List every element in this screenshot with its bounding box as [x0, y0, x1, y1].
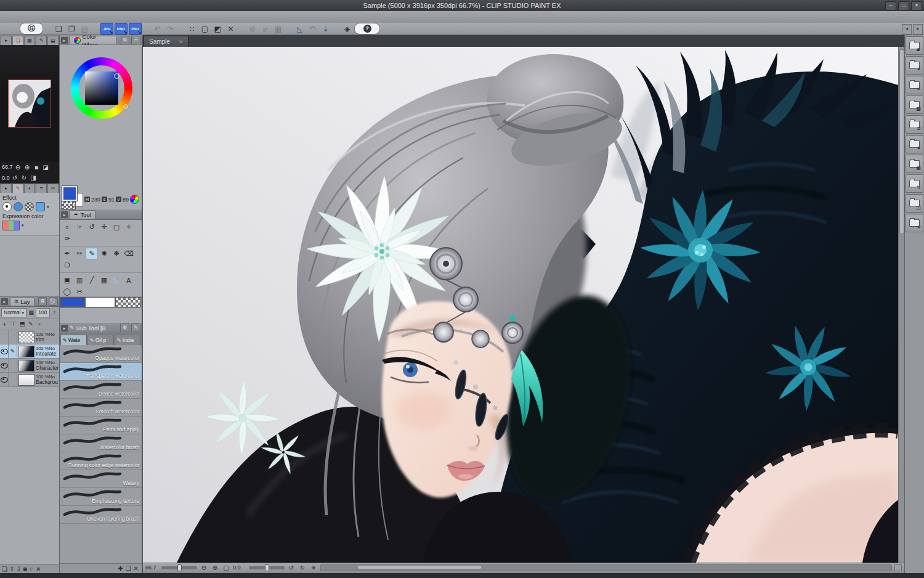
nav-zoom-out-icon[interactable]: ⊖: [14, 164, 22, 171]
vertical-scrollbar[interactable]: [898, 47, 904, 563]
material-3d-object-button[interactable]: ◫: [906, 194, 923, 213]
correct-line-tool[interactable]: ◺: [110, 274, 123, 286]
eraser-tool[interactable]: ⌫: [123, 248, 135, 259]
layer-mask-icon[interactable]: ◙: [23, 566, 27, 572]
material-pen-button[interactable]: ✎: [906, 174, 923, 193]
blend-mode-select[interactable]: Normal▾: [1, 308, 26, 317]
tool-panel-tab[interactable]: ✒Tool: [70, 210, 95, 219]
layer-row-character[interactable]: ✎ 100 %No Character: [0, 359, 59, 373]
sub-tool-detail-icon[interactable]: ✎: [131, 324, 140, 332]
selection-area-tool[interactable]: ▢: [110, 221, 123, 233]
zoom-in-button[interactable]: ⊕: [211, 564, 219, 571]
minimize-button[interactable]: ─: [885, 1, 896, 10]
panel-options-icon[interactable]: ☰: [131, 36, 140, 44]
figure-tool[interactable]: ╱: [86, 274, 98, 286]
slider-tab[interactable]: ≂: [36, 184, 47, 193]
rotate-left-button[interactable]: ↺: [287, 564, 296, 571]
material-transform-button[interactable]: ✕: [906, 76, 923, 94]
new-layer-icon[interactable]: ❏: [2, 566, 7, 572]
rotation-slider[interactable]: [249, 566, 285, 569]
redo-button[interactable]: ↷: [164, 23, 176, 34]
rotate-canvas-tool[interactable]: ↺: [86, 221, 98, 233]
zoom-tool[interactable]: ⌕: [61, 221, 73, 233]
subtool-tab-oil[interactable]: ✎Oil p: [87, 335, 114, 345]
gradient-tool[interactable]: ▥: [73, 274, 86, 286]
open-file-button[interactable]: ❐: [66, 23, 78, 34]
fill-tool[interactable]: ▣: [61, 274, 73, 286]
effect-layer-color-swatch[interactable]: [36, 202, 45, 211]
reference-tab[interactable]: ⬓: [47, 36, 59, 45]
layer-filter-icon[interactable]: ⃠: [49, 297, 58, 306]
navigator-preview[interactable]: [0, 45, 59, 161]
snap-to-special-ruler-button[interactable]: ◠: [307, 23, 318, 34]
foreground-color-swatch[interactable]: [62, 186, 77, 201]
menu-item[interactable]: [0, 11, 14, 23]
menu-item[interactable]: [108, 11, 122, 23]
layer-opacity-field[interactable]: 100: [36, 308, 49, 317]
deselect-button[interactable]: ∷: [186, 23, 198, 34]
material-stack-button[interactable]: ◈: [341, 23, 353, 34]
material-pose-button[interactable]: ✭: [906, 214, 923, 232]
brush-list-item[interactable]: Watercolor brush: [60, 434, 142, 452]
layer-row-trim[interactable]: ✎ 100 %No trim: [0, 330, 59, 344]
nav-fit-icon[interactable]: ■: [33, 164, 41, 171]
transparent-color-bar[interactable]: [115, 297, 140, 307]
pin-tab[interactable]: ✑: [47, 184, 59, 193]
layer-row-integrate[interactable]: ✎ 100 %No Integrate: [0, 344, 59, 359]
horizontal-scrollbar-thumb[interactable]: [358, 566, 481, 569]
grid-button[interactable]: ▦: [272, 23, 284, 34]
hand-tool[interactable]: ☞: [73, 221, 86, 233]
duplicate-subtool-icon[interactable]: ❏: [126, 565, 131, 572]
reset-rotation-button[interactable]: ✳: [309, 564, 318, 571]
brush-list-item[interactable]: Uneven layering brush: [60, 506, 142, 524]
frame-border-tool[interactable]: ▦: [98, 274, 110, 286]
pen-tool[interactable]: ✒: [61, 248, 73, 259]
snap-to-grid-button[interactable]: ⇣: [320, 23, 331, 34]
nav-rotate-right-icon[interactable]: ↻: [20, 174, 28, 181]
auto-select-tool[interactable]: ✧: [123, 221, 135, 233]
effect-none-swatch[interactable]: [2, 202, 12, 211]
undo-button[interactable]: ↶: [152, 23, 163, 34]
delete-subtool-icon[interactable]: ✕: [134, 565, 139, 572]
expression-dropdown-icon[interactable]: ▾: [22, 223, 24, 228]
menu-item[interactable]: [81, 11, 95, 23]
main-color-bar[interactable]: [60, 297, 85, 307]
saturation-value-square[interactable]: [85, 71, 118, 105]
zoom-out-button[interactable]: ⊖: [200, 564, 208, 571]
menu-item[interactable]: [14, 11, 27, 23]
brush-list-item[interactable]: Watery: [60, 470, 142, 488]
effect-tone-swatch[interactable]: [25, 202, 34, 211]
help-button[interactable]: ?: [354, 23, 380, 35]
fill-selection-button[interactable]: ◩: [212, 23, 224, 34]
color-history-icon[interactable]: ⧉: [121, 36, 130, 44]
brush-list-item[interactable]: Opaque watercolor: [60, 345, 142, 363]
zoom-slider[interactable]: [161, 566, 197, 569]
material-landscape-button[interactable]: ▦: [906, 155, 923, 173]
export-png-button[interactable]: PNG: [115, 23, 128, 35]
material-monochrome-pattern-button[interactable]: ▩: [906, 96, 923, 114]
blend-tool[interactable]: ❍: [61, 259, 73, 271]
layer-row-background[interactable]: ✎ 100 %No Backgrou: [0, 373, 59, 387]
sv-cursor[interactable]: [114, 73, 120, 79]
horizontal-scrollbar[interactable]: [320, 564, 892, 571]
toolbar-overflow-left-icon[interactable]: ◂: [902, 24, 912, 35]
color-wheel-tab[interactable]: Color Whee: [70, 36, 117, 44]
brush-tool[interactable]: ✎: [86, 248, 98, 259]
export-psd-button[interactable]: PSD: [129, 23, 142, 35]
decoration-tool[interactable]: ❋: [110, 248, 123, 259]
close-tab-icon[interactable]: ✕: [179, 39, 184, 45]
material-image-button[interactable]: ✦: [906, 56, 923, 75]
transparent-color-swatch[interactable]: [61, 201, 76, 210]
panel-menu-icon[interactable]: ▸: [1, 298, 8, 305]
pencil-tool[interactable]: ✏: [73, 248, 86, 259]
layer-panel-tab[interactable]: ≋Lay: [10, 297, 34, 306]
toolbar-overflow-right-icon[interactable]: ▸: [913, 24, 923, 35]
menu-item[interactable]: [122, 11, 136, 23]
nav-actual-size-icon[interactable]: ◪: [42, 164, 50, 171]
color-mode-wheel-icon[interactable]: [130, 195, 139, 204]
nav-flip-icon[interactable]: ◨: [30, 174, 38, 181]
apply-mask-icon[interactable]: ✐: [29, 566, 34, 572]
transform-selection-button[interactable]: ✕: [225, 23, 237, 34]
snap-off-2-button[interactable]: ⧄: [259, 23, 271, 34]
subtool-tab-india[interactable]: ✎India: [115, 335, 141, 345]
